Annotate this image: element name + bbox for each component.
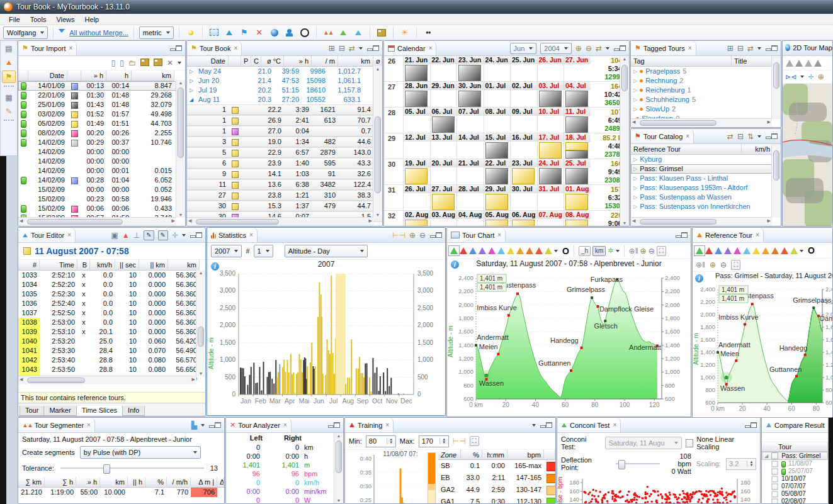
tour-import-shortcut-icon[interactable]: ⚑ xyxy=(2,70,16,83)
marker-icon[interactable]: ▲ xyxy=(122,231,130,240)
table-row[interactable]: 122.23:39162191.4 xyxy=(187,104,382,115)
deflection-slider[interactable] xyxy=(616,459,659,468)
calendar-day[interactable]: 06. Jul xyxy=(430,108,457,133)
conconi-chart[interactable]: 180180160160140140120120Pulse - bpm xyxy=(557,476,759,504)
calendar-day[interactable]: 29. Jul xyxy=(484,185,511,210)
close-icon[interactable]: × xyxy=(87,422,91,428)
tolerance-slider[interactable] xyxy=(60,464,204,473)
calendar-day[interactable]: 21. Jul xyxy=(456,159,484,184)
tour-import-header[interactable]: Date» hhkm xyxy=(18,70,185,81)
search-icon[interactable]: ●● xyxy=(422,26,434,39)
calendar-day[interactable]: 22. Jun xyxy=(430,56,457,81)
stat-type-combo[interactable]: Altitude - Day xyxy=(285,245,368,257)
zoom-out-icon[interactable]: ⊖ xyxy=(649,247,655,255)
table-row[interactable]: ◢Aug 1120.327:2010552633.1 xyxy=(187,95,382,104)
hr-zone-icon[interactable]: O xyxy=(808,245,815,255)
table-row[interactable]: 14/02/0900:2900:3710.746 xyxy=(18,138,185,147)
calendar-day[interactable]: 05. Aug xyxy=(484,211,511,227)
tag-item[interactable]: ▷Reichenburg1 xyxy=(631,86,781,95)
calendar-day[interactable]: 30. Jul xyxy=(510,185,537,210)
calendar-day[interactable]: 30. Jun xyxy=(456,82,484,107)
compare-item-row[interactable]: 25/07/07 xyxy=(762,468,828,475)
reference-tour-item[interactable]: ▷Pass: Grimsel xyxy=(631,164,781,174)
tag-item[interactable]: ▷SlowUp2 xyxy=(631,104,781,114)
close-icon[interactable]: × xyxy=(497,232,501,238)
tab-training[interactable]: Training × xyxy=(345,418,394,432)
calendar-day[interactable]: 08. Aug xyxy=(564,211,591,227)
zoom-in-icon[interactable]: ⊕ xyxy=(575,44,582,53)
table-row[interactable]: 15/02/0900:2300:5819.946 xyxy=(18,194,185,204)
vertical-scrollbar[interactable]: ▲▼ xyxy=(334,433,343,503)
zoom-out-icon[interactable]: ⊖ xyxy=(720,260,727,269)
graph-type-5-icon[interactable] xyxy=(497,247,505,254)
close-icon[interactable]: × xyxy=(385,422,389,428)
calendar-day[interactable]: 12. Jul xyxy=(403,133,430,159)
table-row[interactable]: 10412:53:3028.4100.07056.490 xyxy=(18,346,205,356)
calendar-day[interactable]: 20. Jul xyxy=(430,159,457,184)
stat-count-combo[interactable]: 1 xyxy=(254,245,273,257)
maximize-icon[interactable] xyxy=(771,133,778,139)
calendar-day[interactable]: 04. Jul xyxy=(564,82,591,107)
calendar-day[interactable]: 18. Jul xyxy=(564,133,591,159)
minimize-icon[interactable] xyxy=(190,232,196,238)
graph-type-8-icon[interactable] xyxy=(771,247,779,254)
tour-editor-icon[interactable] xyxy=(223,26,235,39)
map-triangle-icon[interactable] xyxy=(795,60,803,67)
vertical-scrollbar[interactable]: ▲▼ xyxy=(373,66,382,218)
delete-time-slice-icon[interactable]: ✛ xyxy=(172,231,178,240)
calendar-day[interactable]: 26. Jun xyxy=(537,56,564,81)
table-row[interactable]: 10332:52:10x0.0100.00056.360 xyxy=(18,271,205,280)
close-icon[interactable]: × xyxy=(249,232,253,238)
minimize-icon[interactable] xyxy=(744,422,751,428)
table-row[interactable]: 10362:52:40x0.0100.00056.360 xyxy=(18,299,205,308)
compare-icon[interactable] xyxy=(352,26,365,39)
tag-item[interactable]: ▷Schuhheizung5 xyxy=(631,95,781,104)
vertical-scrollbar[interactable] xyxy=(771,56,781,119)
calendar-day[interactable]: 11. Jul xyxy=(564,108,591,133)
photo-icon[interactable] xyxy=(375,26,388,39)
table-row[interactable]: 2723.81:2131038.3 xyxy=(187,190,382,201)
link-tour-icon[interactable]: ⇄ xyxy=(596,44,602,53)
table-row[interactable]: 3015.31:3747944.7 xyxy=(187,201,382,211)
close-icon[interactable]: × xyxy=(827,422,829,428)
minimize-icon[interactable] xyxy=(765,45,771,51)
info-icon[interactable]: i xyxy=(211,262,219,271)
tab-compare-result[interactable]: Compare Result × xyxy=(762,418,829,432)
minimize-icon[interactable] xyxy=(540,422,546,428)
table-row[interactable]: 623.91:4059543.3 xyxy=(187,158,382,169)
table-row[interactable]: 10402:53:2025.0100.06056.420 xyxy=(18,337,205,346)
graph-type-9-icon[interactable] xyxy=(535,247,543,254)
reference-tour-item[interactable]: ▷Pass: Klausenpass 1953m - Altdorf xyxy=(631,183,781,193)
graph-type-6-icon[interactable] xyxy=(752,247,760,254)
table-row[interactable]: 25/01/0901:4301:4832.079 xyxy=(18,100,185,109)
minimize-icon[interactable] xyxy=(327,422,334,428)
table-row[interactable]: 14/02/0900:2801:046.052 xyxy=(18,176,185,185)
calendar-day[interactable]: 29. Jun xyxy=(430,82,457,107)
menu-file[interactable]: File xyxy=(4,15,25,24)
vertical-scrollbar[interactable]: ▲▼ xyxy=(176,80,185,218)
calendar-day[interactable]: 02. Aug xyxy=(403,211,430,227)
conconi-tour-combo[interactable]: Saturday, 11 Augu xyxy=(605,437,682,449)
reference-tour-item[interactable]: ▷Pass: Sustenpass ab Wassen xyxy=(631,193,781,202)
maximize-icon[interactable] xyxy=(176,45,182,51)
expand-chart-icon[interactable]: ⛶ xyxy=(657,246,666,256)
tour-book-header[interactable]: DatePCø °C» h/ mkmø kn xyxy=(187,56,382,67)
pin-icon[interactable] xyxy=(184,26,197,39)
editor-tab-info[interactable]: Info xyxy=(122,406,145,416)
table-row[interactable]: 22/01/0901:3001:4829.268 xyxy=(18,91,185,100)
adjust-altitude-icon[interactable]: ⊥ xyxy=(133,231,140,240)
refresh-icon[interactable]: ⇄ xyxy=(747,44,754,53)
table-row[interactable]: 319.01:3448244.6 xyxy=(187,137,382,147)
none-linear-scaling-checkbox[interactable] xyxy=(686,439,694,447)
tour-chart-canvas[interactable]: 6006008008001,0001,0001,2001,2001,4001,4… xyxy=(447,268,689,415)
calendar-day[interactable]: 23. Jul xyxy=(510,159,537,184)
editor-tab-time-slices[interactable]: Time Slices xyxy=(76,406,123,416)
calendar-day[interactable]: 24. Jul xyxy=(537,159,564,184)
graph-menu-icon[interactable] xyxy=(800,250,803,254)
graph-type-2-icon[interactable] xyxy=(469,247,477,254)
zoom-out-icon[interactable]: ⊖ xyxy=(419,231,426,240)
expand-chart-icon[interactable]: ⛶ xyxy=(470,436,479,446)
tour-filter-link[interactable]: All without Merge... xyxy=(69,29,128,36)
compare-result-header[interactable]: Tour xyxy=(762,442,828,452)
calendar-day[interactable]: 17. Jul xyxy=(537,133,564,159)
